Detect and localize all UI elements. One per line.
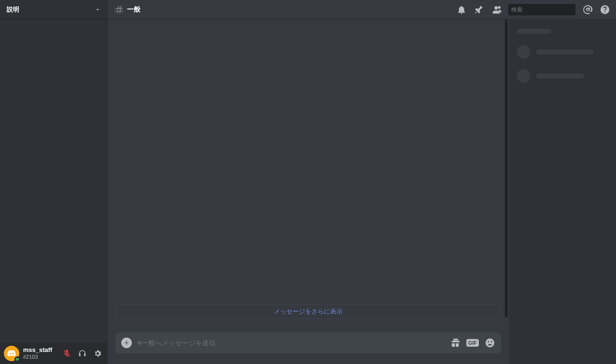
channel-header: 一般 (108, 0, 616, 19)
emoji-icon[interactable] (485, 338, 495, 348)
attach-button[interactable] (121, 338, 132, 348)
help-icon[interactable] (600, 4, 610, 15)
member-placeholder (513, 67, 612, 85)
deafen-button[interactable] (76, 347, 89, 360)
message-area: メッセージをさらに表示 GIF (108, 19, 509, 364)
gif-button[interactable]: GIF (466, 339, 479, 347)
search-field[interactable] (511, 6, 583, 13)
channel-sidebar: 説明 mss_staff #2103 (0, 0, 108, 364)
avatar[interactable] (4, 346, 19, 361)
channel-name: 一般 (127, 5, 141, 14)
username: mss_staff (23, 347, 59, 353)
server-name: 説明 (7, 5, 19, 14)
scrollbar[interactable] (505, 19, 509, 301)
gift-icon[interactable] (450, 338, 461, 348)
settings-button[interactable] (91, 347, 104, 360)
member-placeholder (513, 43, 612, 61)
channel-list (0, 19, 108, 342)
headphones-icon (78, 349, 87, 358)
plus-icon (123, 339, 130, 346)
message-composer: GIF (116, 332, 501, 353)
mentions-icon[interactable] (582, 4, 593, 15)
search-input[interactable] (508, 4, 576, 15)
gear-icon (93, 349, 102, 358)
message-input[interactable] (138, 339, 444, 347)
pin-icon[interactable] (474, 4, 484, 15)
chevron-down-icon (94, 6, 101, 13)
user-tag: #2103 (23, 354, 59, 360)
mute-button[interactable] (61, 347, 73, 360)
server-header[interactable]: 説明 (0, 0, 108, 19)
status-online-icon (14, 356, 20, 362)
hash-icon (114, 4, 124, 15)
member-list (509, 19, 616, 364)
members-icon[interactable] (491, 4, 501, 15)
user-panel: mss_staff #2103 (0, 342, 108, 364)
mic-muted-icon (63, 349, 71, 358)
load-more-button[interactable]: メッセージをさらに表示 (116, 304, 501, 319)
discord-logo-icon (7, 349, 16, 358)
bell-icon[interactable] (456, 4, 467, 15)
member-group-placeholder (517, 29, 552, 34)
scrollbar-thumb[interactable] (505, 19, 508, 317)
